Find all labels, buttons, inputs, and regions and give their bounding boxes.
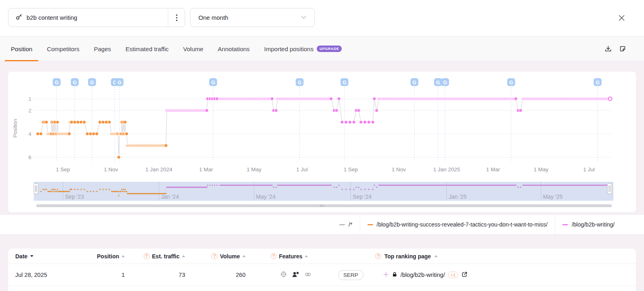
sort-asc-icon [182,255,185,257]
tab-imported-positions[interactable]: Imported positions UPGRADE [258,37,348,61]
keyword-input-main[interactable]: b2b content writing [8,8,168,27]
position-history-chart[interactable]: 1246Position1 Sep1 Nov1 Jan 20241 Mar1 M… [8,72,636,212]
svg-text:1 May: 1 May [247,166,262,173]
chart-legend: /* /blog/b2b-writing-success-revealed-7-… [0,214,644,235]
svg-text:1 Mar: 1 Mar [199,166,213,173]
header-volume[interactable]: ? Volume [185,253,246,260]
note-icon [619,45,626,52]
table-header-row: Date Position ? Est. traffic ? Volume ? … [8,249,636,264]
sort-asc-icon [242,255,246,257]
more-pages-badge[interactable]: +1 [448,272,458,278]
serp-button[interactable]: SERP [338,270,363,280]
svg-text:G: G [298,80,302,85]
svg-text:G: G [55,80,59,85]
svg-text:Sep '24: Sep '24 [353,193,372,200]
legend-item-current-blog-url[interactable]: /blog/b2b-writing/ [555,215,622,234]
top-page-link[interactable]: /blog/b2b-writing/ [400,272,445,278]
keyword-menu-button[interactable] [168,8,185,27]
svg-text:Jan '25: Jan '25 [449,193,467,200]
svg-text:1 Nov: 1 Nov [104,166,118,173]
tab-annotations[interactable]: Annotations [212,37,256,61]
export-button[interactable] [605,45,612,52]
sort-desc-icon [30,255,33,257]
header-date[interactable]: Date [8,253,85,260]
header-position[interactable]: Position [85,253,125,260]
svg-text:Jan '24: Jan '24 [161,193,179,200]
svg-text:1 Jul: 1 Jul [583,166,595,173]
help-icon[interactable]: ? [144,253,150,259]
cell-date: Jul 28, 2025 [8,272,85,278]
person-icon[interactable] [292,271,299,279]
close-icon [619,15,625,21]
top-bar: b2b content writing One month [0,0,644,36]
svg-text:G: G [118,80,122,85]
legend-dash-gray [339,224,345,225]
keyword-input[interactable]: b2b content writing [8,8,185,27]
brush-handle[interactable] [34,183,38,194]
cell-top-ranking-page: /blog/b2b-writing/ +1 [374,271,636,279]
tab-position[interactable]: Position [5,37,38,61]
svg-text:1 Jan 2025: 1 Jan 2025 [433,166,460,173]
svg-text:1: 1 [28,96,31,102]
svg-text:1 Sep: 1 Sep [56,166,70,173]
svg-text:6: 6 [28,154,31,160]
help-icon[interactable]: ? [270,253,277,259]
tab-competitors[interactable]: Competitors [41,37,85,61]
svg-text:G: G [443,80,447,85]
svg-text:G: G [211,80,215,85]
plus-icon[interactable] [383,272,389,279]
cell-serp: SERP [332,270,374,280]
brush-handle[interactable] [607,183,612,194]
help-icon[interactable]: ? [375,253,381,259]
link-icon[interactable] [304,271,312,279]
sort-asc-icon [434,255,438,257]
content-area: 1246Position1 Sep1 Nov1 Jan 20241 Mar1 M… [0,61,644,291]
svg-text:1 Jul: 1 Jul [296,166,308,173]
close-button[interactable] [616,12,627,23]
header-est-traffic[interactable]: ? Est. traffic [125,253,185,260]
ai-chip-icon[interactable]: AI [280,271,287,279]
table-row: Jul 28, 2025 1 73 260 AI [8,264,636,286]
tab-volume[interactable]: Volume [177,37,209,61]
svg-text:1 Jan 2024: 1 Jan 2024 [145,166,172,173]
external-link-icon[interactable] [461,271,468,279]
download-icon [605,45,612,52]
svg-text:Position: Position [12,119,18,137]
chart-scrollbar[interactable] [36,204,612,207]
svg-text:1 Nov: 1 Nov [392,166,406,173]
svg-text:4: 4 [28,131,31,137]
legend-item-old-blog-url[interactable]: /blog/b2b-writing-success-revealed-7-tac… [360,215,555,234]
header-features[interactable]: ? Features [246,253,332,260]
date-range-select[interactable]: One month [190,8,315,27]
tab-pages[interactable]: Pages [88,37,117,61]
cell-volume: 260 [185,272,246,278]
svg-text:G: G [73,80,77,85]
lock-icon [392,272,397,279]
svg-text:May '24: May '24 [256,193,276,200]
svg-text:1 Mar: 1 Mar [486,166,500,173]
tab-estimated-traffic[interactable]: Estimated traffic [120,37,175,61]
svg-text:G: G [509,80,513,85]
tab-actions [605,37,626,61]
svg-text:G: G [413,80,417,85]
key-icon [16,13,23,22]
date-range-value: One month [198,14,228,21]
legend-dash-pink [562,224,568,225]
notes-button[interactable] [619,45,626,52]
svg-text:Sep '23: Sep '23 [65,193,84,200]
svg-text:2: 2 [28,108,31,114]
upgrade-badge[interactable]: UPGRADE [317,46,342,52]
keyword-value: b2b content writing [27,14,77,21]
svg-text:May '25: May '25 [543,193,563,200]
svg-text:1 May: 1 May [534,166,549,173]
cell-est-traffic: 73 [125,272,185,278]
svg-text:G: G [343,80,347,85]
chevron-down-icon [301,16,306,19]
legend-dash-orange [367,224,373,225]
kebab-icon [176,14,178,21]
header-top-ranking-page[interactable]: ? Top ranking page [374,253,636,260]
help-icon[interactable]: ? [211,253,217,259]
legend-item-all-pages[interactable]: /* [332,215,359,234]
svg-text:G: G [90,80,94,85]
cell-position: 1 [85,272,125,278]
